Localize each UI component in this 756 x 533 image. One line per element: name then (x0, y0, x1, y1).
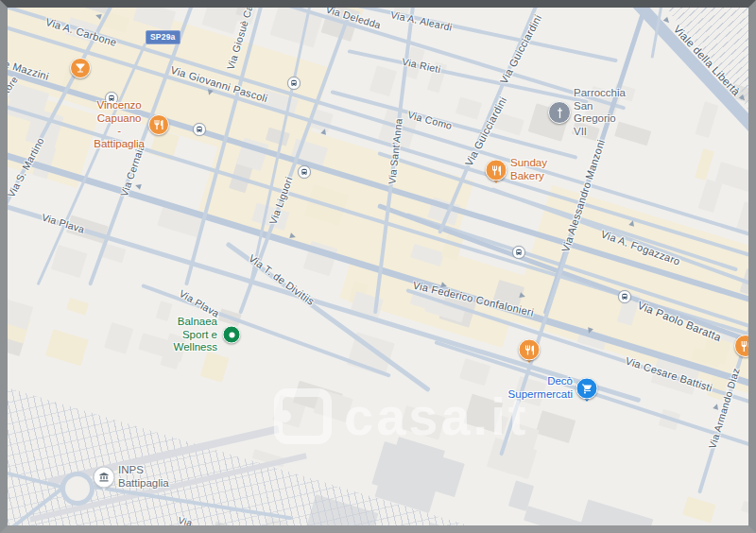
restaurant-icon (486, 160, 507, 181)
building (536, 411, 576, 443)
bank-icon (94, 468, 114, 488)
building (741, 501, 748, 517)
bus-stop-icon[interactable] (193, 123, 206, 136)
bar-icon (70, 58, 91, 78)
building (694, 148, 713, 181)
casa-it-logo-icon (274, 388, 332, 444)
building (524, 506, 592, 525)
screenshot-frame: SP29a casa.it Via A. Carbonee Mazziniast… (0, 0, 756, 533)
casa-it-watermark: casa.it (274, 386, 528, 447)
restaurant-icon (148, 114, 169, 135)
watermark-text: casa.it (344, 386, 528, 447)
route-badge-sp29a: SP29a (146, 30, 180, 44)
church-icon (548, 101, 571, 124)
building (51, 245, 87, 278)
map-canvas[interactable]: SP29a casa.it Via A. Carbonee Mazziniast… (8, 8, 748, 525)
bus-stop-icon[interactable] (287, 77, 301, 90)
building (8, 298, 33, 329)
building (200, 351, 230, 382)
roundabout-road (60, 472, 94, 506)
cart-icon (576, 378, 598, 400)
building (576, 500, 653, 525)
bus-stop-icon[interactable] (298, 165, 311, 179)
poi-label: INPS Battipaglia (118, 464, 169, 490)
building (66, 298, 89, 316)
poi-label: Parrocchia San Gregorio VII (574, 87, 626, 138)
building (698, 179, 722, 212)
building (683, 497, 716, 524)
poi-label: Balnaea Sport e Wellness (174, 316, 217, 354)
poi-label: Sunday Bakery (510, 157, 547, 182)
building (369, 65, 397, 96)
building (455, 96, 482, 119)
building (695, 101, 718, 138)
poi-label: Decò Supermercati (508, 375, 573, 401)
building (45, 329, 88, 366)
building (459, 358, 490, 386)
bus-stop-icon[interactable] (512, 246, 525, 259)
bus-stop-icon[interactable] (618, 290, 631, 303)
building (104, 322, 133, 355)
poi-label: Vincenzo Capuano - Battipaglia (94, 99, 145, 150)
building (155, 301, 173, 322)
dot-icon (223, 326, 241, 344)
restaurant-icon (519, 339, 541, 361)
